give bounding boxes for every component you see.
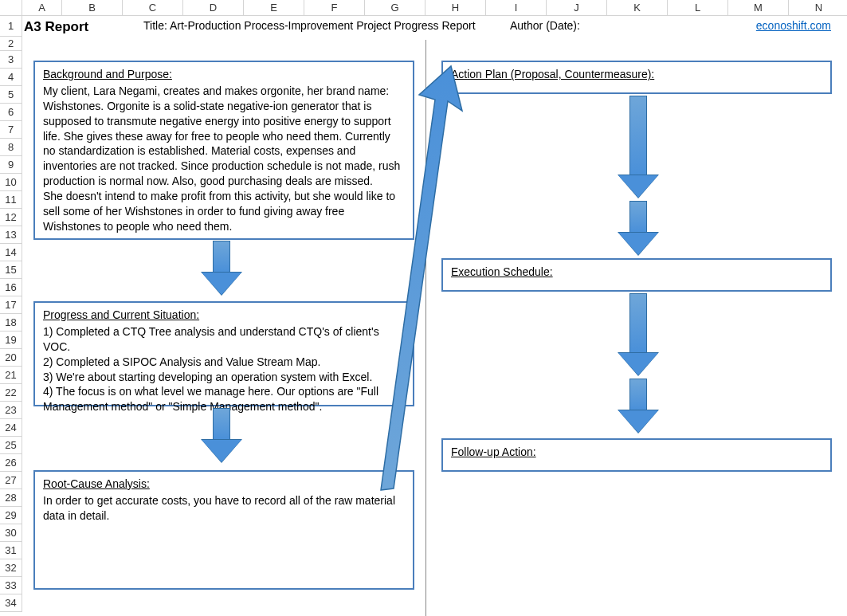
row-header[interactable]: 14 [0, 244, 22, 261]
row-header[interactable]: 27 [0, 472, 22, 489]
column-header[interactable]: D [183, 0, 244, 16]
arrow-down-icon [618, 379, 658, 434]
author-label: Author (Date): [510, 19, 580, 32]
row-header[interactable]: 29 [0, 507, 22, 524]
row-header[interactable]: 34 [0, 594, 22, 612]
progress-body: 1) Completed a CTQ Tree analysis and und… [43, 325, 379, 413]
column-header[interactable]: A [22, 0, 62, 16]
report-title: A3 Report [24, 19, 88, 35]
row-header[interactable]: 20 [0, 349, 22, 367]
progress-heading: Progress and Current Situation: [43, 308, 405, 323]
row-header[interactable]: 2 [0, 37, 22, 51]
rootcause-body: In order to get accurate costs, you have… [43, 494, 395, 522]
row-header[interactable]: 7 [0, 121, 22, 139]
row-header[interactable]: 16 [0, 279, 22, 296]
arrow-down-icon [202, 408, 241, 464]
row-header[interactable]: 10 [0, 174, 22, 191]
arrow-down-icon [618, 293, 658, 377]
column-header[interactable]: K [607, 0, 668, 16]
arrow-down-icon [618, 201, 658, 257]
arrow-down-icon [618, 96, 658, 199]
column-header[interactable]: E [244, 0, 304, 16]
row-header[interactable]: 18 [0, 314, 22, 332]
row-header[interactable]: 9 [0, 156, 22, 174]
vertical-divider [425, 40, 426, 616]
followup-box: Follow-up Action: [441, 438, 832, 472]
followup-heading: Follow-up Action: [451, 445, 822, 460]
background-heading: Background and Purpose: [43, 67, 405, 82]
row-header[interactable]: 21 [0, 367, 22, 384]
column-header[interactable]: N [789, 0, 847, 16]
sheet-content: A3 Report Title: Art-Production Process-… [22, 16, 847, 616]
column-header[interactable]: B [62, 0, 123, 16]
rootcause-heading: Root-Cause Analysis: [43, 477, 405, 492]
grid-corner[interactable] [0, 0, 22, 16]
row-header[interactable]: 26 [0, 454, 22, 472]
arrow-down-icon [202, 241, 241, 296]
row-header[interactable]: 23 [0, 402, 22, 419]
action-box: Action Plan (Proposal, Countermeasure): [441, 61, 832, 94]
row-header[interactable]: 28 [0, 489, 22, 507]
column-header[interactable]: H [425, 0, 486, 16]
action-heading: Action Plan (Proposal, Countermeasure): [451, 67, 822, 82]
column-header[interactable]: G [365, 0, 425, 16]
title-row: A3 Report Title: Art-Production Process-… [24, 19, 839, 38]
column-header[interactable]: C [123, 0, 183, 16]
row-header[interactable]: 22 [0, 384, 22, 402]
row-header[interactable]: 17 [0, 296, 22, 314]
schedule-heading: Execution Schedule: [451, 265, 822, 280]
row-header[interactable]: 3 [0, 51, 22, 69]
background-body: My client, Lara Negami, creates and make… [43, 84, 400, 233]
row-header[interactable]: 24 [0, 419, 22, 437]
schedule-box: Execution Schedule: [441, 258, 832, 292]
row-header[interactable]: 6 [0, 104, 22, 121]
rootcause-box: Root-Cause Analysis: In order to get acc… [33, 470, 414, 590]
column-header[interactable]: I [486, 0, 547, 16]
column-header[interactable]: L [668, 0, 728, 16]
row-header[interactable]: 25 [0, 437, 22, 454]
row-header[interactable]: 31 [0, 542, 22, 559]
column-header[interactable]: J [547, 0, 607, 16]
row-header[interactable]: 30 [0, 524, 22, 542]
background-box: Background and Purpose: My client, Lara … [33, 61, 414, 240]
column-header[interactable]: M [728, 0, 789, 16]
row-header[interactable]: 13 [0, 226, 22, 244]
report-subtitle: Title: Art-Production Process-Improvemen… [143, 19, 476, 32]
column-header[interactable]: F [304, 0, 365, 16]
row-header[interactable]: 12 [0, 209, 22, 226]
row-header[interactable]: 15 [0, 261, 22, 279]
row-header[interactable]: 4 [0, 69, 22, 86]
row-header[interactable]: 19 [0, 332, 22, 349]
row-header[interactable]: 11 [0, 191, 22, 209]
row-header[interactable]: 5 [0, 86, 22, 104]
source-link[interactable]: econoshift.com [756, 19, 831, 32]
row-header[interactable]: 32 [0, 559, 22, 577]
row-header[interactable]: 33 [0, 577, 22, 594]
progress-box: Progress and Current Situation: 1) Compl… [33, 301, 414, 406]
row-header[interactable]: 1 [0, 16, 22, 37]
row-header[interactable]: 8 [0, 139, 22, 156]
